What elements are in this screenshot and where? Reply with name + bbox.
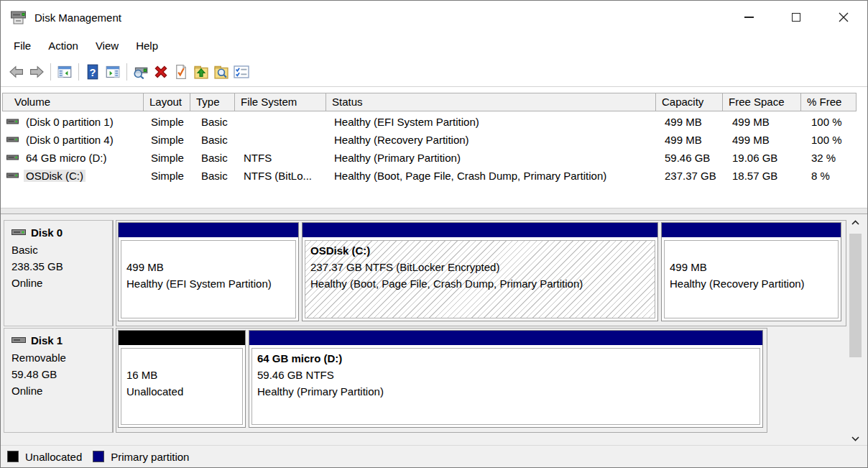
title-bar: Disk Management: [1, 1, 867, 34]
view-options-button[interactable]: [231, 62, 251, 82]
partition-name: [126, 350, 239, 367]
up-folder-button[interactable]: [191, 62, 211, 82]
rescan-disks-button[interactable]: [131, 62, 151, 82]
unallocated-swatch: [7, 451, 19, 462]
column-header-volume[interactable]: Volume: [2, 93, 144, 111]
partition-micro-d[interactable]: 64 GB micro (D:) 59.46 GB NTFS Healthy (…: [249, 330, 763, 428]
table-row[interactable]: (Disk 0 partition 4) Simple Basic Health…: [2, 131, 866, 149]
column-header-capacity[interactable]: Capacity: [655, 93, 723, 111]
volume-disk-icon: [6, 155, 19, 161]
volume-name: OSDisk (C:): [24, 170, 86, 182]
maximize-button[interactable]: [772, 1, 820, 34]
table-row[interactable]: 64 GB micro (D:) Simple Basic NTFS Healt…: [2, 149, 866, 167]
pane-splitter[interactable]: [1, 208, 867, 214]
maximize-icon: [792, 13, 800, 22]
volume-capacity: 237.37 GB: [659, 170, 726, 182]
scroll-down-button[interactable]: [849, 433, 862, 445]
volume-list: Volume Layout Type File System Status Ca…: [1, 88, 867, 208]
toolbar-separator: [50, 63, 51, 81]
table-row[interactable]: (Disk 0 partition 1) Simple Basic Health…: [2, 113, 866, 131]
disk-management-window: Disk Management File Action View Help: [0, 0, 868, 468]
vertical-scrollbar[interactable]: [849, 216, 862, 445]
column-header-file-system[interactable]: File System: [234, 93, 326, 111]
toolbar-separator: [78, 63, 79, 81]
minimize-icon: [744, 17, 754, 18]
volume-disk-icon: [6, 137, 19, 143]
document-check-icon: [174, 64, 188, 80]
disk-status: Online: [11, 382, 112, 399]
column-header-type[interactable]: Type: [190, 93, 235, 111]
volume-pct-free: 100 %: [805, 116, 862, 128]
delete-x-icon: [153, 64, 169, 80]
search-folder-button[interactable]: [211, 62, 231, 82]
window-title: Disk Management: [34, 12, 121, 24]
volume-rows: (Disk 0 partition 1) Simple Basic Health…: [2, 113, 866, 185]
volume-name: 64 GB micro (D:): [24, 152, 109, 164]
disk-0-info-panel[interactable]: Disk 0 Basic 238.35 GB Online: [4, 220, 114, 326]
toolbar-separator: [126, 63, 127, 81]
window-controls: [725, 1, 867, 34]
toolbar: ?: [1, 58, 867, 87]
disk-drive-icon: [10, 10, 27, 25]
scroll-up-button[interactable]: [849, 216, 862, 229]
folder-search-icon: [213, 64, 229, 80]
partition-size: 16 MB: [126, 367, 239, 383]
disk-1-partition-strip: 16 MB Unallocated 64 GB micro (D:) 59.46…: [116, 328, 767, 433]
folder-up-arrow-icon: [193, 64, 209, 80]
disk-1-info-panel[interactable]: Disk 1 Removable 59.48 GB Online: [4, 328, 114, 433]
legend-label-unallocated: Unallocated: [25, 451, 82, 463]
help-button[interactable]: ?: [83, 62, 103, 82]
scrollbar-thumb[interactable]: [849, 234, 862, 357]
close-icon: [839, 12, 849, 22]
partition-status: Healthy (EFI System Partition): [126, 275, 292, 292]
table-row-selected[interactable]: OSDisk (C:) Simple Basic NTFS (BitLo... …: [2, 167, 866, 185]
volume-status: Healthy (Boot, Page File, Crash Dump, Pr…: [328, 170, 659, 182]
menu-view[interactable]: View: [87, 37, 127, 55]
partition-unallocated[interactable]: 16 MB Unallocated: [118, 330, 246, 428]
volume-type: Basic: [191, 134, 236, 146]
partition-recovery[interactable]: 499 MB Healthy (Recovery Partition): [661, 222, 841, 321]
partition-color-bar: [119, 223, 298, 237]
partition-status: Healthy (Primary Partition): [257, 383, 757, 400]
partition-osdisk-c[interactable]: OSDisk (C:) 237.37 GB NTFS (BitLocker En…: [302, 222, 658, 321]
partition-size: 237.37 GB NTFS (BitLocker Encrypted): [310, 259, 652, 275]
show-action-pane-button[interactable]: [103, 62, 123, 82]
menu-help[interactable]: Help: [127, 37, 167, 55]
partition-color-bar: [249, 331, 762, 345]
disk-icon: [11, 336, 26, 344]
volume-file-system: NTFS: [236, 152, 328, 164]
column-header-pct-free[interactable]: % Free: [800, 93, 857, 111]
menu-file[interactable]: File: [5, 37, 40, 55]
partition-color-bar: [119, 331, 245, 345]
volume-free-space: 18.57 GB: [726, 170, 805, 182]
disk-type: Basic: [11, 242, 112, 258]
volume-layout: Simple: [144, 170, 191, 182]
disk-icon: [11, 229, 26, 237]
disk-label: Disk 0: [31, 226, 63, 239]
back-icon: [9, 65, 24, 78]
menu-action[interactable]: Action: [40, 37, 87, 55]
volume-capacity: 499 MB: [659, 116, 726, 128]
partition-status: Unallocated: [126, 383, 239, 400]
disk-1-row: Disk 1 Removable 59.48 GB Online 16 MB U…: [4, 328, 770, 433]
column-header-layout[interactable]: Layout: [143, 93, 190, 111]
delete-button[interactable]: [151, 62, 171, 82]
properties-button[interactable]: [171, 62, 191, 82]
scrollbar-track[interactable]: [849, 229, 862, 433]
volume-disk-icon: [6, 119, 19, 125]
volume-disk-icon: [6, 173, 19, 179]
close-button[interactable]: [820, 1, 867, 34]
volume-layout: Simple: [144, 134, 191, 146]
column-header-status[interactable]: Status: [326, 93, 656, 111]
show-console-tree-button[interactable]: [55, 62, 75, 82]
volume-layout: Simple: [144, 152, 191, 164]
back-button[interactable]: [6, 62, 27, 82]
partition-efi-system[interactable]: 499 MB Healthy (EFI System Partition): [118, 222, 299, 321]
partition-color-bar: [662, 223, 841, 237]
forward-button[interactable]: [27, 62, 47, 82]
column-header-free-space[interactable]: Free Space: [722, 93, 801, 111]
disk-size: 59.48 GB: [11, 366, 112, 382]
volume-capacity: 499 MB: [659, 134, 726, 146]
partition-name: [126, 242, 292, 259]
minimize-button[interactable]: [725, 1, 772, 34]
